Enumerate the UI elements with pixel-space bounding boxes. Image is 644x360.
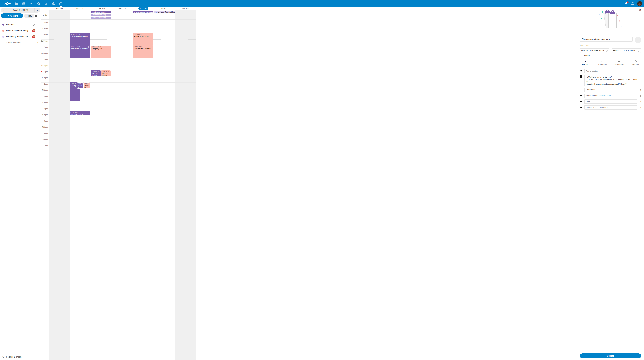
calendar-item-menu-icon[interactable]: ••• — [37, 30, 40, 31]
week-label[interactable]: Week 3 of 2020 — [6, 8, 34, 12]
calendar-item-label: Work (Christine Schott) — [6, 29, 31, 32]
event-title: management meeting — [70, 35, 89, 37]
gutter-line — [41, 70, 49, 70]
event-time: 10:00 - 11:00 — [134, 33, 152, 35]
gutter-line — [41, 64, 49, 64]
app-contacts-icon[interactable] — [50, 0, 57, 7]
event-title: Discuss office furniture — [134, 48, 152, 50]
all-day-cell[interactable] — [175, 10, 196, 19]
calendar-item-menu-icon[interactable]: ••• — [37, 36, 40, 37]
day-column[interactable] — [175, 19, 196, 147]
event-title: Discuss office furniture — [70, 48, 89, 50]
time-label: 9am — [41, 21, 48, 23]
all-day-cell[interactable] — [112, 10, 133, 19]
shared-by-avatar — [32, 29, 36, 32]
all-day-cell[interactable] — [70, 10, 90, 19]
calendar-event[interactable]: 10:00 - 11:00management meeting — [70, 33, 90, 45]
calendar-grid: Sun 1/12Mon 1/13Tue 1/14Wed 1/15Thu 1/16… — [41, 7, 196, 147]
time-label: 4:30pm — [41, 114, 48, 116]
time-label: 11am — [41, 46, 48, 48]
share-link-icon[interactable] — [33, 23, 36, 26]
calendar-item-menu-icon[interactable]: ••• — [37, 24, 40, 25]
event-time: 4:20 - 4:40 — [70, 111, 89, 113]
day-column[interactable] — [154, 19, 175, 147]
calendar-item-label: Personal — [6, 23, 31, 26]
calendar-event[interactable]: 11:00 - 12:00Discuss office furniture — [70, 45, 90, 58]
new-event-button[interactable]: + New event — [1, 13, 23, 18]
time-label: 5:30pm — [41, 126, 48, 128]
event-title: Company call — [92, 48, 110, 50]
time-label: 2pm — [41, 83, 48, 85]
calendar-item[interactable]: Personal••• — [0, 22, 41, 28]
calendar-event[interactable]: 1:00 - 1:30Discuss project announcement — [91, 70, 100, 76]
time-label: 12pm — [41, 58, 48, 60]
time-grid: 9am9:30am10am10:30am11am11:30am12pm12:30… — [41, 19, 196, 147]
all-day-event[interactable]: Line dance training — [91, 14, 111, 16]
calendar-event[interactable]: 11:00 - 12:00Discuss office furniture — [133, 45, 153, 58]
gutter-line — [41, 89, 49, 89]
next-week-button[interactable]: › — [34, 7, 40, 12]
app-activity-icon[interactable] — [28, 0, 35, 7]
calendar-item[interactable]: Personal (Christine Schott)••• — [0, 34, 41, 40]
event-title: Discuss project — [102, 72, 110, 76]
event-time: 2:00 - 2:30 — [78, 83, 83, 85]
calendar-color-dot — [2, 24, 4, 26]
day-header: Sat 1/18 — [175, 7, 196, 10]
time-label: 10am — [41, 34, 48, 36]
new-calendar-button[interactable]: + New calendar+ — [0, 40, 41, 46]
calendar-item-label: Personal (Christine Schott) — [6, 35, 31, 38]
time-label: 3pm — [41, 95, 48, 97]
grid-line — [49, 58, 196, 58]
app-mail-icon[interactable] — [42, 0, 50, 7]
calendar-event[interactable]: 10:00 - 11:00Phonecall with Abby — [133, 33, 153, 45]
event-title: Discuss project announcement — [92, 72, 100, 76]
day-column[interactable] — [91, 19, 112, 147]
day-header: Fri 1/17 — [154, 7, 175, 10]
calendar-event[interactable]: 4:20 - 4:40purchasing dept — [70, 111, 90, 115]
gutter-line — [41, 82, 49, 83]
all-day-event[interactable]: The Big Line Dancing Show — [154, 11, 175, 13]
app-talk-icon[interactable] — [35, 0, 42, 7]
day-column[interactable] — [49, 19, 70, 147]
calendar-event[interactable]: 2:00 - 2:30check-in — [84, 82, 90, 89]
gutter-line — [41, 125, 49, 126]
gutter-line — [41, 21, 49, 21]
time-label: 5pm — [41, 120, 48, 122]
day-header: Sun 1/12 — [49, 7, 70, 10]
time-label: 11:30am — [41, 52, 48, 54]
event-title: check-in — [78, 85, 83, 89]
all-day-event[interactable]: Line dance main rehearsal — [133, 11, 153, 13]
day-header: Thu 1/16 — [133, 7, 154, 10]
app-calendar-icon[interactable] — [57, 0, 64, 7]
current-time-marker — [41, 70, 42, 72]
app-photos-icon[interactable] — [20, 0, 28, 7]
calendar-event[interactable]: 11:00 - 12:00Company call — [91, 45, 111, 58]
day-header: Mon 1/13 — [70, 7, 90, 10]
view-toggle-button[interactable] — [34, 14, 39, 18]
time-label: 10:30am — [41, 40, 48, 42]
current-time-line — [133, 71, 154, 71]
calendar-sidebar: ‹ Week 3 of 2020 › + New event Today Per… — [0, 7, 41, 147]
all-day-event[interactable]: Line dance training — [91, 16, 111, 19]
day-column[interactable] — [112, 19, 133, 147]
previous-week-button[interactable]: ‹ — [1, 7, 6, 12]
grid-line — [49, 144, 196, 144]
calendar-event[interactable]: 1:00 - 1:30Discuss project — [101, 70, 111, 76]
week-navigation: ‹ Week 3 of 2020 › — [1, 7, 40, 12]
gutter-line — [41, 138, 49, 138]
time-label: 2:30pm — [41, 89, 48, 91]
app-files-icon[interactable] — [13, 0, 20, 7]
grid-line — [49, 132, 196, 132]
grid-line — [49, 76, 196, 76]
calendar-event[interactable]: 2:00 - 2:30check-in — [77, 82, 84, 89]
all-day-cell[interactable] — [49, 10, 70, 19]
gutter-line — [41, 95, 49, 95]
event-time: 1:00 - 1:30 — [102, 70, 110, 72]
nextcloud-logo[interactable] — [2, 0, 13, 7]
today-button[interactable]: Today — [24, 13, 34, 18]
all-day-event[interactable]: Line Dance Training — [91, 11, 111, 13]
today-day-pill: Thu 1/16 — [138, 7, 148, 10]
event-title: purchasing dept — [70, 113, 89, 115]
calendar-item[interactable]: Work (Christine Schott)••• — [0, 28, 41, 34]
reminder-bell-icon — [88, 46, 90, 48]
